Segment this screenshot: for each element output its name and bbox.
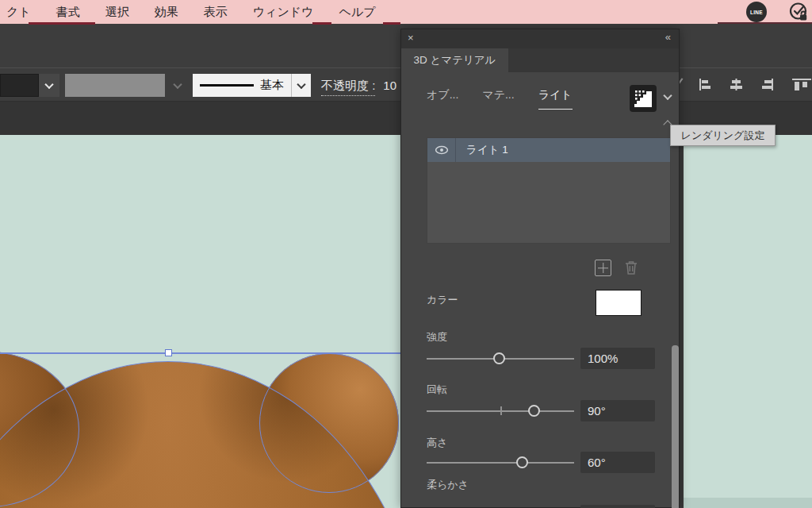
selection-anchor-handle[interactable] [165,349,172,356]
stroke-preview-line [200,84,254,87]
bear-artwork[interactable] [0,135,400,508]
light-name: ライト 1 [456,143,508,157]
light-color-swatch[interactable] [596,290,642,316]
align-right-icon[interactable] [760,78,774,91]
stroke-preset-label: 基本 [260,78,284,93]
window-edge-accent [29,22,95,25]
menu-item-effect[interactable]: 効果 [155,5,178,20]
align-top-icon[interactable] [791,78,812,91]
artboard-edge-shadow [684,498,812,508]
menu-item-select[interactable]: 選択 [105,5,129,20]
height-slider[interactable] [427,462,574,464]
app-screen: クト 書式 選択 効果 表示 ウィンドウ ヘルプ LINE 基本 不透明度 : [0,0,812,508]
right-ear-selection-outline [259,353,399,493]
stroke-color-well[interactable] [65,74,165,97]
softness-value[interactable] [580,505,655,508]
add-light-button[interactable] [595,260,611,276]
slider-center-tick [500,406,502,415]
selection-bounds-line [0,352,400,354]
trash-icon [622,259,640,276]
render-settings-button[interactable] [630,85,657,112]
render-settings-icon [630,85,657,112]
menu-item-object[interactable]: クト [6,5,31,20]
tab-light[interactable]: ライト [538,88,573,110]
tab-material[interactable]: マテ... [482,88,514,110]
visibility-eye-icon[interactable] [427,138,456,162]
rotation-slider[interactable] [427,410,574,412]
close-icon[interactable]: × [408,32,414,44]
rotation-label: 回転 [427,383,447,397]
fill-dropdown-button[interactable] [39,74,59,97]
stroke-style-dropdown-button[interactable] [291,74,311,97]
intensity-value[interactable]: 100% [580,348,655,369]
chevron-down-icon [297,79,305,88]
delete-light-button[interactable] [622,259,640,276]
panel-title-tab[interactable]: 3D とマテリアル [401,48,508,72]
softness-label: 柔らかさ [427,478,469,492]
chevron-down-icon [663,91,672,100]
window-edge-accent [312,22,331,25]
chevron-down-icon [44,79,53,88]
light-list: ライト 1 [427,137,671,244]
checkmark-lock-icon[interactable] [787,1,810,23]
color-label: カラー [427,293,458,307]
menu-item-type[interactable]: 書式 [56,5,80,20]
tab-object[interactable]: オブ... [427,88,458,110]
rotation-slider-knob[interactable] [528,405,540,417]
line-app-icon[interactable]: LINE [746,2,767,22]
panel-tab-strip: 3D とマテリアル [401,48,679,72]
menu-bar: クト 書式 選択 効果 表示 ウィンドウ ヘルプ LINE [0,0,812,24]
intensity-label: 強度 [427,330,447,344]
panel-scrollbar[interactable] [672,345,679,508]
panel-sub-tabs: オブ... マテ... ライト [427,88,573,110]
opacity-value[interactable]: 10 [383,79,396,96]
menu-item-window[interactable]: ウィンドウ [253,5,314,20]
light-list-item[interactable]: ライト 1 [427,138,670,162]
rotation-value[interactable]: 90° [580,400,655,421]
window-edge-accent [718,22,812,24]
height-value[interactable]: 60° [580,452,655,473]
pasteboard-gutter [680,135,684,508]
fill-color-well[interactable] [0,74,39,97]
render-settings-dropdown[interactable] [661,90,675,104]
panel-header: × « [401,29,679,48]
menu-item-view[interactable]: 表示 [204,5,228,20]
panel-3d-materials: × « 3D とマテリアル オブ... マテ... ライト [400,29,680,508]
window-edge-accent [383,22,400,25]
stroke-style-select[interactable]: 基本 [193,74,291,97]
opacity-label[interactable]: 不透明度 : [321,79,375,96]
intensity-slider[interactable] [427,358,574,360]
collapse-panel-icon[interactable]: « [665,31,671,43]
intensity-slider-knob[interactable] [493,352,505,364]
height-label: 高さ [427,436,447,450]
align-horizontal-center-icon[interactable] [730,78,743,91]
menu-item-help[interactable]: ヘルプ [339,5,375,20]
render-settings-tooltip: レンダリング設定 [670,125,776,146]
stroke-dropdown-button[interactable] [168,74,187,97]
align-left-icon[interactable] [699,78,712,91]
height-slider-knob[interactable] [516,456,528,468]
align-toolbar [699,68,812,101]
chevron-down-icon [173,79,182,88]
